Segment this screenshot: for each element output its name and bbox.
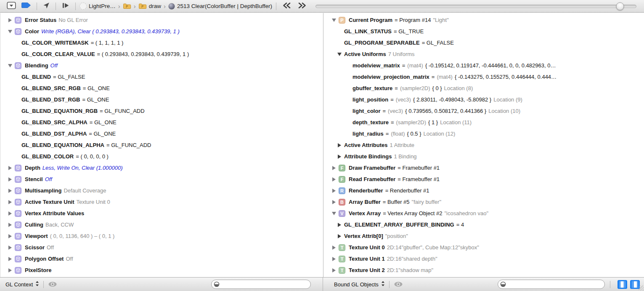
tree-row[interactable]: GL_COLOR_CLEAR_VALUE= ( 0.293843, 0.2938… [0,48,323,60]
tree-row[interactable]: light_color=(vec3){ 0.739565, 0.508172, … [323,105,644,117]
tree-row[interactable]: Attribute Bindings1 Binding [323,151,644,162]
row-text: Off [47,244,54,251]
tree-row[interactable]: GL_BLEND= GL_FALSE [0,71,323,83]
tree-row[interactable]: CullingBack, CCW [0,219,323,230]
disclosure-triangle-icon[interactable] [329,189,339,193]
tree-row[interactable]: RRenderbuffer= Renderbuffer #1 [323,185,644,196]
disclosure-triangle-icon[interactable] [5,200,15,204]
disclosure-triangle-icon[interactable] [5,223,15,227]
tree-row[interactable]: modelview_projection_matrix=(mat4){ -0.1… [323,71,644,83]
tree-row[interactable]: GL_PROGRAM_SEPARABLE= GL_FALSE [323,37,644,48]
tree-row[interactable]: PCurrent Program= Program #14"Light" [323,14,644,26]
disclosure-triangle-icon[interactable] [5,166,15,170]
row-text: Vertex Attribute Values [25,210,84,216]
tree-row[interactable]: StencilOff [0,174,323,185]
disclosure-triangle-icon[interactable] [5,177,15,182]
breakpoint-flag-button[interactable] [19,1,34,12]
disclosure-triangle-icon[interactable] [5,30,15,33]
tree-row[interactable]: GL_COLOR_WRITEMASK= ( 1, 1, 1, 1 ) [0,37,323,48]
tree-row[interactable]: GL_ELEMENT_ARRAY_BUFFER_BINDING= 4 [323,219,644,230]
disclosure-triangle-icon[interactable] [335,53,344,56]
tree-row[interactable]: ColorWrite (RGBA), Clear ( 0.293843, 0.2… [0,26,323,37]
tree-row[interactable]: Active Uniforms7 Uniforms [323,48,644,60]
breadcrumb-segment[interactable]: draw [138,3,162,9]
disclosure-triangle-icon[interactable] [329,246,339,250]
left-filter-field[interactable] [211,280,311,289]
filter-scope-icon[interactable] [213,281,220,288]
tree-row[interactable]: GL_BLEND_EQUATION_ALPHA= GL_FUNC_ADD [0,139,323,151]
tree-row[interactable]: GL_BLEND_SRC_RGB= GL_ONE [0,83,323,94]
tree-row[interactable]: modelview_matrix=(mat4){ -0.195142, 0.11… [323,60,644,71]
disclosure-triangle-icon[interactable] [329,19,339,22]
filter-scope-icon[interactable] [500,281,506,288]
show-left-pane-toggle-icon[interactable] [617,280,627,289]
disclosure-triangle-icon[interactable] [329,257,339,261]
disclosure-triangle-icon[interactable] [335,234,344,238]
tree-row[interactable]: Active Texture UnitTexture Unit 0 [0,196,323,208]
eye-icon[interactable] [48,281,57,287]
tree-row[interactable]: light_position=(vec3){ 2.83011, -0.49804… [323,94,644,105]
tree-row[interactable]: TTexture Unit 02D:14"gbuffer", Cube Map:… [323,242,644,253]
tree-row[interactable]: Active Attributes1 Attribute [323,139,644,151]
previous-call-button[interactable] [279,1,294,12]
step-forward-button[interactable] [59,1,72,12]
tree-row[interactable]: GL_BLEND_EQUATION_RGB= GL_FUNC_ADD [0,105,323,117]
disclosure-triangle-icon[interactable] [5,268,15,272]
right-filter-field[interactable] [498,280,605,289]
left-view-selector[interactable]: GL Context [5,280,39,288]
disclosure-triangle-icon[interactable] [329,177,339,182]
breadcrumb-segment[interactable]: LightPre… [79,3,117,10]
collapse-variables-button[interactable] [4,1,19,12]
breadcrumb-segment[interactable] [122,3,132,9]
tree-row[interactable]: Vertex Attribute Values [0,208,323,219]
disclosure-triangle-icon[interactable] [335,155,344,159]
left-filter-input[interactable] [220,281,307,288]
breadcrumb-segment[interactable]: 2513 Clear(ColorBuffer | DepthBuffer) [167,3,273,10]
tree-row[interactable]: ScissorOff [0,242,323,253]
tree-row[interactable]: Error StatusNo GL Error [0,14,323,26]
tree-row[interactable]: MultisamplingDefault Coverage [0,185,323,196]
right-view-selector[interactable]: Bound GL Objects [334,280,385,288]
tree-row[interactable]: GL_BLEND_COLOR= ( 0, 0, 0, 0 ) [0,151,323,162]
next-call-button[interactable] [294,1,310,12]
disclosure-triangle-icon[interactable] [5,257,15,261]
disclosure-triangle-icon[interactable] [5,234,15,238]
disclosure-triangle-icon[interactable] [329,200,339,204]
disclosure-triangle-icon[interactable] [5,246,15,250]
disclosure-triangle-icon[interactable] [5,64,15,67]
tree-row[interactable]: GL_LINK_STATUS= GL_TRUE [323,26,644,37]
tree-row[interactable]: GL_BLEND_DST_ALPHA= GL_ONE [0,128,323,139]
disclosure-triangle-icon[interactable] [329,166,339,170]
tree-row[interactable]: GL_BLEND_DST_RGB= GL_ONE [0,94,323,105]
tree-row[interactable]: Vertex Attrib[0]"position" [323,230,644,242]
tree-row[interactable]: FDraw Framebuffer= Framebuffer #1 [323,162,644,174]
tree-row[interactable]: TTexture Unit 22D:1"shadow map" [323,264,644,276]
tree-row[interactable]: GL_BLEND_SRC_ALPHA= GL_ONE [0,117,323,128]
disclosure-triangle-icon[interactable] [5,189,15,193]
disclosure-triangle-icon[interactable] [5,18,15,22]
tree-row[interactable]: BArray Buffer= Buffer #5"fairy buffer" [323,196,644,208]
tree-row[interactable]: gbuffer_texture=(sampler2D){ 0 }Location… [323,83,644,94]
tree-row[interactable]: PixelStore [0,264,323,276]
tree-row[interactable]: depth_texture=(sampler2D){ 1 }Location (… [323,117,644,128]
tree-row[interactable]: BlendingOff [0,60,323,71]
tree-row[interactable]: FRead Framebuffer= Framebuffer #1 [323,174,644,185]
frame-scrub-slider[interactable] [315,5,636,8]
tree-row[interactable]: Viewport( 0, 0, 1136, 640 ) – ( 0, 1 ) [0,230,323,242]
disclosure-triangle-icon[interactable] [335,223,344,227]
gl-state-cube-icon [15,165,21,171]
tree-row[interactable]: light_radius=(float){ 0.5 }Location (12) [323,128,644,139]
eye-icon[interactable] [394,281,403,287]
tree-row[interactable]: Polygon OffsetOff [0,253,323,264]
disclosure-triangle-icon[interactable] [335,143,344,147]
disclosure-triangle-icon[interactable] [329,212,339,215]
window-resize-grip[interactable] [639,286,644,291]
tree-row[interactable]: DepthLess, Write On, Clear (1.000000) [0,162,323,174]
continue-to-current-button[interactable] [40,1,53,12]
disclosure-triangle-icon[interactable] [5,211,15,216]
disclosure-triangle-icon[interactable] [329,268,339,272]
tree-row[interactable]: VVertex Array= Vertex Array Object #2"ic… [323,208,644,219]
right-filter-input[interactable] [506,281,601,288]
slider-thumb[interactable] [616,2,624,10]
tree-row[interactable]: TTexture Unit 12D:16"shared depth" [323,253,644,264]
